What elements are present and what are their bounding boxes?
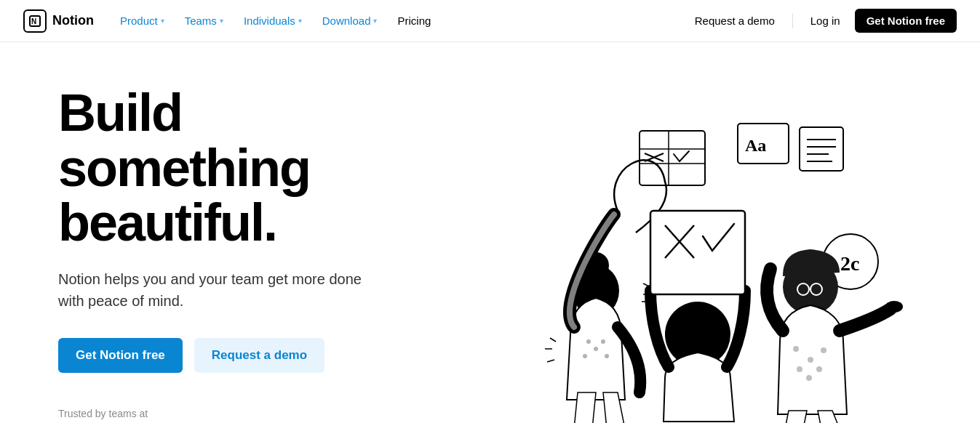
nav-item-download[interactable]: Download ▾: [314, 10, 386, 31]
svg-line-52: [550, 338, 556, 342]
chevron-down-icon: ▾: [298, 17, 302, 25]
hero-illustration: Aa 2c: [483, 109, 905, 423]
svg-point-31: [601, 339, 605, 344]
chevron-down-icon: ▾: [220, 17, 223, 25]
nav-links: Product ▾ Teams ▾ Individuals ▾ Download…: [111, 10, 686, 31]
svg-point-42: [793, 346, 799, 352]
logo-link[interactable]: N Notion: [23, 9, 94, 33]
hero-subtext: Notion helps you and your team get more …: [58, 268, 364, 312]
svg-point-30: [594, 347, 598, 351]
svg-point-32: [583, 354, 587, 358]
svg-rect-35: [650, 211, 745, 294]
svg-point-46: [816, 366, 822, 372]
hero-right: Aa 2c: [466, 109, 922, 423]
hero-left: Build something beautiful. Notion helps …: [58, 86, 466, 423]
nav-item-teams[interactable]: Teams ▾: [176, 10, 232, 31]
nav-item-individuals[interactable]: Individuals ▾: [235, 10, 311, 31]
svg-point-47: [806, 375, 812, 381]
request-demo-hero-button[interactable]: Request a demo: [194, 338, 324, 373]
svg-point-44: [821, 347, 826, 353]
svg-text:N: N: [31, 17, 36, 25]
svg-point-48: [885, 301, 903, 313]
svg-point-43: [808, 357, 813, 363]
nav-divider: [792, 14, 793, 28]
svg-line-54: [547, 360, 554, 362]
request-demo-nav-button[interactable]: Request a demo: [686, 10, 784, 31]
nav-right: Request a demo Log in Get Notion free: [686, 9, 957, 33]
chevron-down-icon: ▾: [373, 17, 377, 25]
svg-point-29: [586, 339, 591, 344]
svg-point-33: [605, 354, 609, 358]
nav-item-product[interactable]: Product ▾: [111, 10, 173, 31]
logo-text: Notion: [52, 13, 94, 28]
get-notion-nav-button[interactable]: Get Notion free: [855, 9, 957, 33]
chevron-down-icon: ▾: [161, 17, 164, 25]
hero-buttons: Get Notion free Request a demo: [58, 338, 466, 373]
hero-heading: Build something beautiful.: [58, 86, 466, 251]
navbar: N Notion Product ▾ Teams ▾ Individuals ▾…: [0, 0, 980, 42]
notion-icon: N: [23, 9, 47, 33]
trusted-section: Trusted by teams at TOYOTA: [58, 408, 466, 423]
login-button[interactable]: Log in: [802, 10, 849, 31]
trusted-label: Trusted by teams at: [58, 408, 466, 419]
nav-item-pricing[interactable]: Pricing: [389, 10, 439, 31]
svg-text:Aa: Aa: [745, 136, 766, 155]
svg-rect-20: [800, 127, 843, 171]
svg-text:2c: 2c: [840, 252, 859, 275]
svg-rect-12: [640, 131, 705, 185]
hero-section: Build something beautiful. Notion helps …: [0, 42, 980, 423]
svg-point-45: [797, 366, 802, 372]
get-notion-hero-button[interactable]: Get Notion free: [58, 338, 183, 373]
